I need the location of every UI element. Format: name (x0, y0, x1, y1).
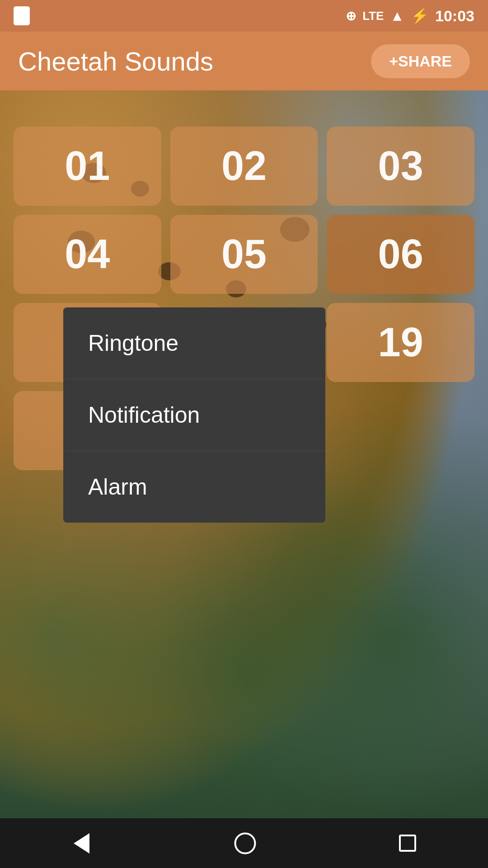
back-button[interactable] (69, 831, 94, 856)
sound-button-02[interactable]: 02 (170, 127, 318, 206)
recents-icon (396, 832, 419, 854)
main-content: 01 02 03 04 05 06 07 19 10 Ringtone Noti… (0, 90, 488, 818)
sound-button-01[interactable]: 01 (14, 127, 161, 206)
sound-btn-label-02: 02 (221, 143, 267, 189)
home-button[interactable] (233, 831, 258, 856)
sound-btn-label-03: 03 (378, 143, 423, 189)
battery-icon: ⚡ (411, 7, 429, 24)
sim-card-icon (14, 6, 30, 25)
sound-button-03[interactable]: 03 (327, 127, 474, 206)
sound-button-06[interactable]: 06 (327, 215, 474, 294)
share-button[interactable]: +SHARE (371, 44, 470, 78)
sound-button-04[interactable]: 04 (14, 215, 161, 294)
dropdown-menu: Ringtone Notification Alarm (63, 307, 325, 523)
recents-button[interactable] (396, 832, 419, 854)
signal-icon: ▲ (390, 8, 404, 24)
app-header: Cheetah Sounds +SHARE (0, 32, 488, 90)
location-icon: ⊕ (346, 9, 356, 24)
navigation-bar (0, 818, 488, 868)
sound-btn-label-06: 06 (378, 231, 423, 278)
status-bar: ⊕ LTE ▲ ⚡ 10:03 (0, 0, 488, 32)
clock: 10:03 (435, 7, 474, 25)
svg-point-1 (235, 833, 255, 853)
lte-icon: LTE (362, 9, 384, 23)
svg-marker-0 (74, 833, 89, 854)
app-title: Cheetah Sounds (18, 46, 213, 76)
sound-btn-label-01: 01 (65, 143, 110, 189)
back-icon (69, 831, 94, 856)
dropdown-ringtone[interactable]: Ringtone (63, 307, 325, 379)
sound-btn-label-04: 04 (65, 231, 110, 278)
sound-button-05[interactable]: 05 (170, 215, 318, 294)
sound-btn-label-19: 19 (378, 319, 423, 366)
home-icon (233, 831, 258, 856)
sound-btn-label-05: 05 (221, 231, 267, 278)
svg-rect-2 (400, 835, 415, 851)
sound-button-19[interactable]: 19 (327, 303, 474, 382)
dropdown-alarm[interactable]: Alarm (63, 451, 325, 523)
dropdown-notification[interactable]: Notification (63, 379, 325, 451)
